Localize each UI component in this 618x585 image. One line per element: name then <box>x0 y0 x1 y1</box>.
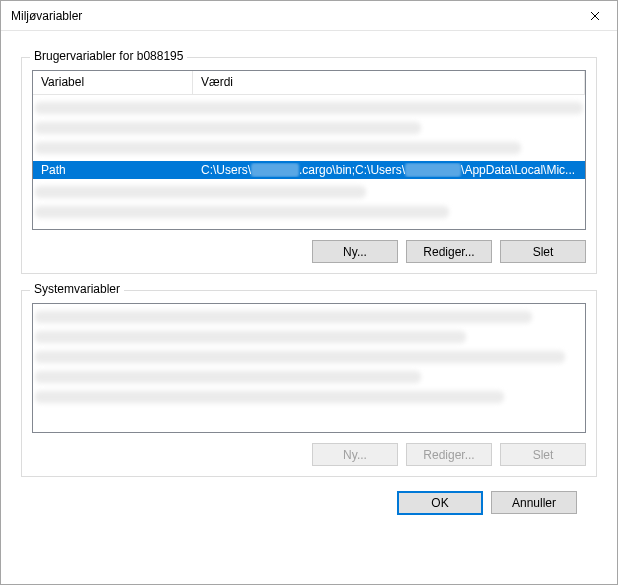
titlebar: Miljøvariabler <box>1 1 617 31</box>
column-variable[interactable]: Variabel <box>33 71 193 94</box>
system-delete-button: Slet <box>500 443 586 466</box>
system-new-button: Ny... <box>312 443 398 466</box>
column-value[interactable]: Værdi <box>193 71 585 94</box>
redacted-row <box>35 330 466 344</box>
dialog-footer: OK Annuller <box>21 477 597 515</box>
system-variables-list[interactable] <box>32 303 586 433</box>
system-variables-group: Systemvariabler Ny... Rediger... Slet <box>21 290 597 477</box>
list-body[interactable]: Path C:\Users\ .cargo\bin;C:\Users\ \App… <box>33 95 585 229</box>
cancel-button[interactable]: Annuller <box>491 491 577 514</box>
redacted-row <box>35 370 421 384</box>
list-header: Variabel Værdi <box>33 71 585 95</box>
user-buttons: Ny... Rediger... Slet <box>32 240 586 263</box>
env-vars-dialog: Miljøvariabler Brugervariabler for b0881… <box>0 0 618 585</box>
user-variables-group: Brugervariabler for b088195 Variabel Vær… <box>21 57 597 274</box>
content-area: Brugervariabler for b088195 Variabel Vær… <box>1 31 617 584</box>
redacted-row <box>35 141 521 155</box>
redacted-row <box>35 205 449 219</box>
system-buttons: Ny... Rediger... Slet <box>32 443 586 466</box>
user-group-label: Brugervariabler for b088195 <box>30 49 187 63</box>
user-variables-list[interactable]: Variabel Værdi Path C:\Users\ .cargo\bin… <box>32 70 586 230</box>
list-row-path[interactable]: Path C:\Users\ .cargo\bin;C:\Users\ \App… <box>33 161 585 179</box>
redacted-row <box>35 185 366 199</box>
window-title: Miljøvariabler <box>11 9 572 23</box>
user-delete-button[interactable]: Slet <box>500 240 586 263</box>
redacted-row <box>35 101 583 115</box>
list-body[interactable] <box>33 304 585 432</box>
cell-value: C:\Users\ .cargo\bin;C:\Users\ \AppData\… <box>193 163 585 177</box>
user-new-button[interactable]: Ny... <box>312 240 398 263</box>
redacted-row <box>35 390 504 404</box>
system-group-label: Systemvariabler <box>30 282 124 296</box>
redacted-row <box>35 310 532 324</box>
close-icon[interactable] <box>572 1 617 31</box>
ok-button[interactable]: OK <box>397 491 483 515</box>
redacted-row <box>35 121 421 135</box>
user-edit-button[interactable]: Rediger... <box>406 240 492 263</box>
cell-variable: Path <box>33 163 193 177</box>
redacted-row <box>35 350 565 364</box>
system-edit-button: Rediger... <box>406 443 492 466</box>
